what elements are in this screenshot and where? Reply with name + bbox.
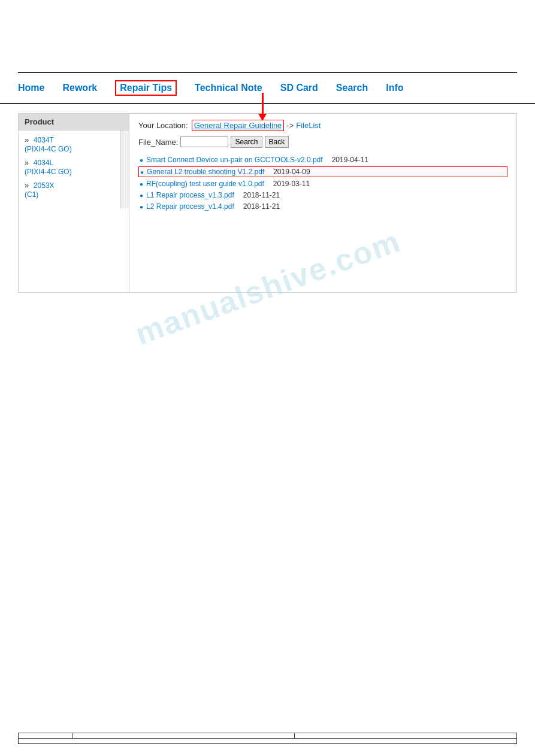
file-date-4: 2018-11-21 bbox=[243, 191, 280, 199]
file-link-5[interactable]: L2 Repair process_v1.4.pdf bbox=[146, 202, 234, 211]
bottom-cell-1 bbox=[19, 733, 72, 738]
sidebar-header: Product bbox=[19, 114, 129, 130]
sidebar-item-4034l[interactable]: » 4034L(PIXI4-4C GO) bbox=[25, 158, 123, 176]
nav-repair-tips[interactable]: Repair Tips bbox=[115, 80, 177, 96]
bottom-cell-3 bbox=[295, 733, 516, 738]
bottom-table-row1 bbox=[19, 733, 516, 739]
file-date-2: 2019-04-09 bbox=[273, 168, 310, 176]
search-button[interactable]: Search bbox=[231, 136, 262, 148]
file-date-5: 2018-11-21 bbox=[243, 202, 280, 211]
bullet-icon: ● bbox=[140, 204, 143, 210]
sidebar-scrollbar[interactable] bbox=[120, 130, 129, 208]
file-row-3: ● RF(coupling) test user guide v1.0.pdf … bbox=[138, 179, 507, 189]
bottom-cell-2 bbox=[72, 733, 295, 738]
file-row-2: ● General L2 trouble shooting V1.2.pdf 2… bbox=[138, 166, 507, 177]
nav-home[interactable]: Home bbox=[18, 83, 44, 93]
sidebar-content: » 4034T(PIXI4-4C GO) » 4034L(PIXI4-4C GO… bbox=[19, 130, 129, 208]
file-row-4: ● L1 Repair process_v1.3.pdf 2018-11-21 bbox=[138, 190, 507, 200]
filename-label: File_Name: bbox=[138, 138, 178, 147]
arrow-shaft bbox=[262, 93, 264, 114]
bottom-table-row2 bbox=[19, 739, 516, 743]
nav-search[interactable]: Search bbox=[336, 83, 368, 93]
arrow-annotation bbox=[258, 93, 267, 121]
location-bar: Your Location: General Repair Guideline … bbox=[138, 120, 507, 131]
nav-info[interactable]: Info bbox=[386, 83, 403, 93]
location-label: Your Location: bbox=[138, 121, 188, 130]
file-link-4[interactable]: L1 Repair process_v1.3.pdf bbox=[146, 191, 234, 199]
file-link-2[interactable]: General L2 trouble shooting V1.2.pdf bbox=[147, 168, 264, 176]
bottom-table bbox=[18, 733, 517, 744]
nav-rework[interactable]: Rework bbox=[62, 83, 97, 93]
filename-input[interactable] bbox=[180, 136, 228, 147]
bullet-icon: ● bbox=[140, 181, 143, 187]
nav-sd-card[interactable]: SD Card bbox=[280, 83, 318, 93]
sidebar-item-2053x[interactable]: » 2053X(C1) bbox=[25, 181, 123, 199]
navbar: Home Rework Repair Tips Technical Note S… bbox=[0, 73, 535, 104]
bullet-icon: » bbox=[25, 135, 29, 144]
file-date-3: 2019-03-11 bbox=[273, 180, 310, 188]
link-4034t[interactable]: 4034T(PIXI4-4C GO) bbox=[25, 136, 72, 153]
location-link-filelist[interactable]: FileList bbox=[296, 121, 321, 130]
file-link-3[interactable]: RF(coupling) test user guide v1.0.pdf bbox=[146, 180, 264, 188]
bullet-icon: » bbox=[25, 158, 29, 167]
sidebar-item-4034t[interactable]: » 4034T(PIXI4-4C GO) bbox=[25, 135, 123, 153]
link-4034l[interactable]: 4034L(PIXI4-4C GO) bbox=[25, 159, 72, 176]
bullet-icon: ● bbox=[140, 157, 143, 163]
back-button[interactable]: Back bbox=[265, 136, 289, 148]
right-panel: Your Location: General Repair Guideline … bbox=[129, 114, 516, 292]
file-row-5: ● L2 Repair process_v1.4.pdf 2018-11-21 bbox=[138, 202, 507, 211]
arrow-separator: -> bbox=[286, 121, 294, 130]
file-link-1[interactable]: Smart Connect Device un-pair on GCCTOOLS… bbox=[146, 156, 323, 164]
bullet-icon: ● bbox=[140, 192, 143, 199]
bullet-icon: ● bbox=[140, 169, 144, 175]
file-row-1: ● Smart Connect Device un-pair on GCCTOO… bbox=[138, 155, 507, 165]
nav-technical-note[interactable]: Technical Note bbox=[195, 83, 262, 93]
search-bar: File_Name: Search Back bbox=[138, 136, 507, 148]
main-content: Product » 4034T(PIXI4-4C GO) » 4034L(PIX… bbox=[18, 113, 517, 293]
link-2053x[interactable]: 2053X(C1) bbox=[25, 181, 55, 199]
sidebar: Product » 4034T(PIXI4-4C GO) » 4034L(PIX… bbox=[19, 114, 129, 292]
file-date-1: 2019-04-11 bbox=[332, 156, 368, 164]
file-list: ● Smart Connect Device un-pair on GCCTOO… bbox=[138, 155, 507, 211]
bottom-cell-full bbox=[19, 739, 516, 743]
location-link-general-repair[interactable]: General Repair Guideline bbox=[192, 120, 285, 131]
bullet-icon: » bbox=[25, 181, 29, 190]
